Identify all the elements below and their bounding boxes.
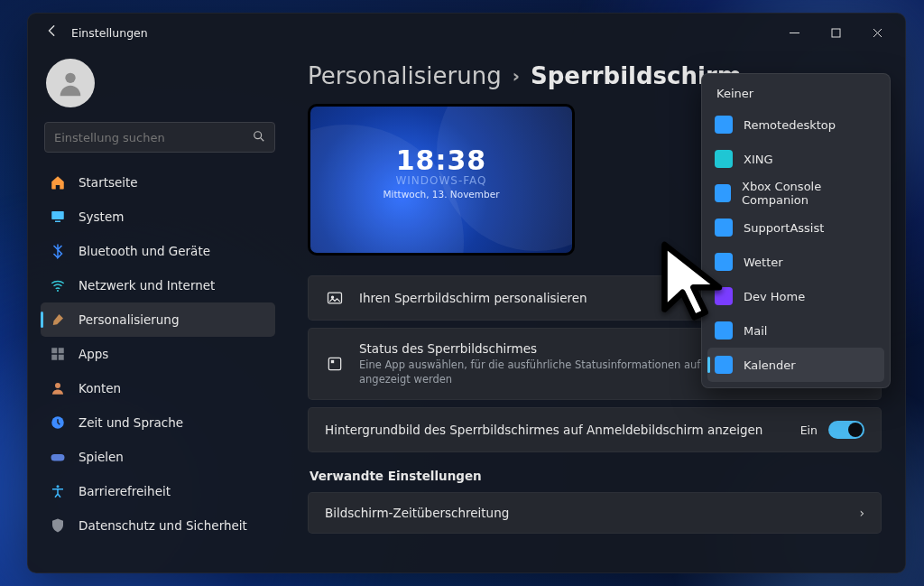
sidebar-item-label: Apps	[79, 347, 108, 361]
game-icon	[50, 449, 66, 465]
app-icon	[715, 184, 731, 202]
sidebar-item-account[interactable]: Konten	[41, 371, 275, 405]
card-title: Bildschirm-Zeitüberschreitung	[325, 506, 845, 520]
flyout-item[interactable]: Kalender	[707, 348, 884, 382]
flyout-item[interactable]: SupportAssist	[707, 210, 884, 245]
flyout-item[interactable]: Dev Home	[707, 279, 884, 313]
sidebar-item-apps[interactable]: Apps	[41, 337, 275, 371]
svg-rect-0	[832, 29, 840, 37]
flyout-item-label: Xbox Console Companion	[742, 180, 877, 207]
shield-icon	[50, 517, 66, 534]
sidebar-item-system[interactable]: System	[41, 200, 275, 234]
flyout-item-label: Mail	[744, 324, 767, 338]
sidebar-item-brush[interactable]: Personalisierung	[41, 302, 275, 337]
flyout-item-label: SupportAssist	[744, 221, 824, 235]
svg-rect-3	[51, 211, 64, 219]
app-picker-flyout: Keiner RemotedesktopXINGXbox Console Com…	[701, 73, 891, 388]
preview-time: 18:38	[310, 144, 572, 176]
svg-rect-6	[51, 348, 57, 353]
svg-point-5	[57, 290, 59, 292]
related-heading: Verwandte Einstellungen	[310, 469, 882, 483]
sidebar-item-label: Datenschutz und Sicherheit	[79, 518, 247, 533]
close-button[interactable]	[856, 14, 898, 51]
flyout-item[interactable]: XING	[707, 142, 884, 176]
sidebar-item-home[interactable]: Startseite	[41, 165, 275, 200]
app-icon	[715, 321, 733, 340]
chevron-right-icon: ›	[859, 506, 864, 520]
image-icon	[325, 289, 345, 307]
sidebar-item-label: System	[79, 209, 124, 224]
svg-point-13	[57, 485, 60, 488]
flyout-heading[interactable]: Keiner	[707, 79, 884, 107]
svg-point-10	[55, 383, 60, 388]
flyout-item-label: Remotedesktop	[744, 118, 836, 132]
svg-rect-7	[59, 348, 64, 353]
system-icon	[50, 209, 66, 225]
sidebar-item-label: Spielen	[79, 450, 124, 464]
sidebar-item-wifi[interactable]: Netzwerk und Internet	[41, 268, 275, 302]
search-input[interactable]	[54, 131, 253, 144]
sidebar-item-label: Personalisierung	[79, 312, 179, 327]
sidebar-item-a11y[interactable]: Barrierefreiheit	[41, 474, 275, 508]
background-toggle[interactable]	[828, 421, 864, 439]
search-box[interactable]	[44, 122, 275, 153]
bluetooth-icon	[50, 243, 66, 259]
card-title: Hintergrundbild des Sperrbildschirmes au…	[325, 423, 786, 437]
background-toggle-card: Hintergrundbild des Sperrbildschirmes au…	[308, 407, 882, 452]
sidebar-item-bluetooth[interactable]: Bluetooth und Geräte	[41, 234, 275, 268]
timeout-card[interactable]: Bildschirm-Zeitüberschreitung ›	[308, 492, 882, 534]
app-icon	[715, 116, 733, 134]
svg-rect-12	[51, 454, 65, 461]
sidebar-item-game[interactable]: Spielen	[41, 440, 275, 474]
brush-icon	[50, 312, 66, 328]
search-icon	[253, 130, 265, 145]
svg-rect-16	[328, 358, 340, 369]
nav-list: StartseiteSystemBluetooth und GeräteNetz…	[41, 165, 279, 572]
apps-icon	[50, 346, 66, 362]
app-icon	[715, 219, 733, 237]
sidebar-item-label: Netzwerk und Internet	[79, 278, 215, 293]
avatar[interactable]	[46, 59, 95, 107]
preview-watermark: WINDOWS-FAQ	[310, 174, 572, 187]
toggle-state-label: Ein	[800, 423, 818, 437]
minimize-button[interactable]	[773, 14, 815, 51]
flyout-item[interactable]: Remotedesktop	[707, 107, 884, 142]
titlebar: Einstellungen	[28, 14, 905, 51]
app-icon	[715, 150, 733, 168]
svg-rect-4	[55, 221, 60, 223]
svg-point-15	[331, 296, 333, 298]
flyout-item[interactable]: Mail	[707, 313, 884, 348]
breadcrumb-parent[interactable]: Personalisierung	[308, 62, 502, 89]
home-icon	[50, 174, 66, 191]
lockscreen-preview: 18:38 WINDOWS-FAQ Mittwoch, 13. November	[308, 104, 575, 256]
back-button[interactable]	[41, 24, 64, 41]
sidebar-item-label: Startseite	[79, 175, 138, 190]
flyout-item-label: Dev Home	[744, 290, 805, 303]
svg-rect-17	[331, 360, 334, 363]
sidebar-item-label: Barrierefreiheit	[79, 484, 171, 498]
app-icon	[715, 287, 733, 305]
svg-rect-9	[59, 355, 64, 360]
maximize-button[interactable]	[815, 14, 856, 51]
sidebar-item-label: Bluetooth und Geräte	[79, 244, 210, 258]
flyout-item[interactable]: Wetter	[707, 245, 884, 279]
sidebar: StartseiteSystemBluetooth und GeräteNetz…	[28, 51, 288, 572]
a11y-icon	[50, 483, 66, 499]
sidebar-item-shield[interactable]: Datenschutz und Sicherheit	[41, 508, 275, 543]
wifi-icon	[50, 277, 66, 293]
preview-date: Mittwoch, 13. November	[310, 189, 572, 200]
app-icon	[715, 356, 733, 374]
svg-point-2	[254, 131, 262, 138]
app-icon	[325, 355, 345, 373]
flyout-item-label: XING	[744, 153, 773, 166]
sidebar-item-time[interactable]: Zeit und Sprache	[41, 405, 275, 440]
flyout-item-label: Kalender	[744, 358, 796, 372]
flyout-item[interactable]: Xbox Console Companion	[707, 176, 884, 210]
window-title: Einstellungen	[71, 26, 148, 40]
sidebar-item-label: Zeit und Sprache	[79, 415, 183, 430]
app-icon	[715, 253, 733, 271]
time-icon	[50, 414, 66, 431]
svg-point-1	[65, 73, 75, 83]
sidebar-item-label: Konten	[79, 381, 121, 395]
settings-window: Einstellungen StartseiteSystemB	[27, 13, 906, 573]
